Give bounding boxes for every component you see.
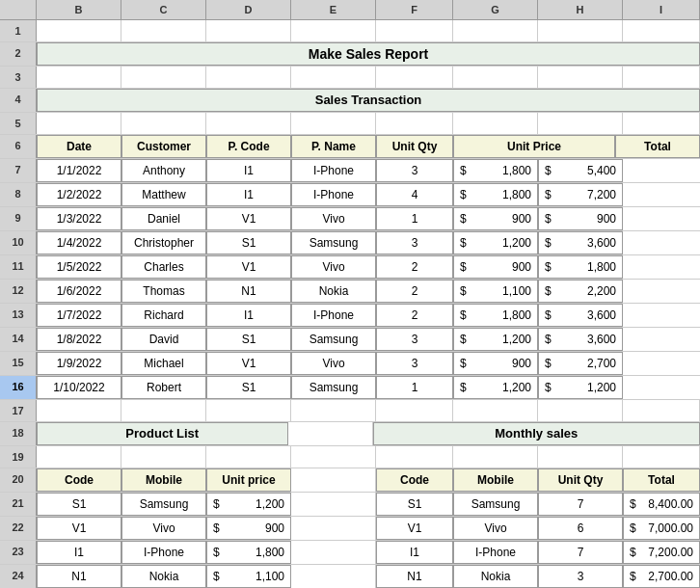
prod-mobile-23[interactable]: I-Phone — [121, 541, 206, 564]
sales-unitprice-13[interactable]: $1,800 — [453, 304, 538, 327]
monthly-mobile-24[interactable]: Nokia — [453, 565, 538, 588]
sales-customer-14[interactable]: David — [121, 328, 206, 351]
sales-date-13[interactable]: 1/7/2022 — [37, 304, 121, 327]
prod-mobile-24[interactable]: Nokia — [121, 565, 206, 588]
monthly-unitqty-24[interactable]: 3 — [538, 565, 623, 588]
sales-customer-10[interactable]: Christopher — [121, 231, 206, 254]
sales-customer-13[interactable]: Richard — [121, 304, 206, 327]
monthly-mobile-23[interactable]: I-Phone — [453, 541, 538, 564]
monthly-code-24[interactable]: N1 — [376, 565, 453, 588]
sales-customer-11[interactable]: Charles — [121, 255, 206, 279]
prod-price-23[interactable]: $1,800 — [206, 541, 291, 564]
sales-pcode-9[interactable]: V1 — [206, 207, 291, 230]
sales-unitprice-7[interactable]: $1,800 — [453, 159, 538, 182]
sales-total-7[interactable]: $5,400 — [538, 159, 623, 182]
sales-date-15[interactable]: 1/9/2022 — [37, 352, 121, 375]
prod-mobile-22[interactable]: Vivo — [121, 517, 206, 540]
prod-code-21[interactable]: S1 — [37, 493, 121, 516]
cell-b5[interactable] — [37, 113, 121, 134]
cell-e20[interactable] — [291, 468, 376, 492]
cell-h5[interactable] — [538, 113, 623, 134]
cell-h3[interactable] — [538, 67, 623, 88]
monthly-unitqty-22[interactable]: 6 — [538, 517, 623, 540]
sales-date-12[interactable]: 1/6/2022 — [37, 280, 121, 303]
sales-date-16[interactable]: 1/10/2022 — [37, 376, 121, 399]
sales-pcode-10[interactable]: S1 — [206, 231, 291, 254]
sales-pcode-7[interactable]: I1 — [206, 159, 291, 182]
cell-i1[interactable] — [623, 20, 700, 41]
cell-e21[interactable] — [291, 493, 376, 516]
cell-h1[interactable] — [538, 20, 623, 41]
monthly-total-21[interactable]: $8,400.00 — [623, 493, 700, 516]
sales-total-9[interactable]: $900 — [538, 207, 623, 230]
cell-f5[interactable] — [376, 113, 453, 134]
sales-pname-12[interactable]: Nokia — [291, 280, 376, 303]
cell-e23[interactable] — [291, 541, 376, 564]
prod-code-24[interactable]: N1 — [37, 565, 121, 588]
prod-code-23[interactable]: I1 — [37, 541, 121, 564]
cell-e19[interactable] — [291, 446, 376, 468]
sales-date-11[interactable]: 1/5/2022 — [37, 255, 121, 279]
sales-pname-13[interactable]: I-Phone — [291, 304, 376, 327]
sales-unitqty-12[interactable]: 2 — [376, 280, 453, 303]
monthly-total-23[interactable]: $7,200.00 — [623, 541, 700, 564]
cell-e1[interactable] — [291, 20, 376, 41]
sales-total-10[interactable]: $3,600 — [538, 231, 623, 254]
sales-date-8[interactable]: 1/2/2022 — [37, 183, 121, 206]
sales-unitprice-11[interactable]: $900 — [453, 255, 538, 279]
sales-customer-9[interactable]: Daniel — [121, 207, 206, 230]
sales-customer-15[interactable]: Michael — [121, 352, 206, 375]
cell-g19[interactable] — [453, 446, 538, 468]
monthly-code-22[interactable]: V1 — [376, 517, 453, 540]
sales-customer-12[interactable]: Thomas — [121, 280, 206, 303]
sales-unitprice-14[interactable]: $1,200 — [453, 328, 538, 351]
sales-pname-10[interactable]: Samsung — [291, 231, 376, 254]
sales-customer-16[interactable]: Robert — [121, 376, 206, 399]
sales-pcode-8[interactable]: I1 — [206, 183, 291, 206]
cell-h19[interactable] — [538, 446, 623, 468]
monthly-unitqty-21[interactable]: 7 — [538, 493, 623, 516]
sales-customer-8[interactable]: Matthew — [121, 183, 206, 206]
sales-unitprice-15[interactable]: $900 — [453, 352, 538, 375]
prod-code-22[interactable]: V1 — [37, 517, 121, 540]
cell-e17[interactable] — [291, 400, 376, 421]
sales-unitqty-15[interactable]: 3 — [376, 352, 453, 375]
cell-e5[interactable] — [291, 113, 376, 134]
monthly-mobile-22[interactable]: Vivo — [453, 517, 538, 540]
sales-total-11[interactable]: $1,800 — [538, 255, 623, 279]
cell-i3[interactable] — [623, 67, 700, 88]
cell-i19[interactable] — [623, 446, 700, 468]
sales-date-9[interactable]: 1/3/2022 — [37, 207, 121, 230]
sales-pname-8[interactable]: I-Phone — [291, 183, 376, 206]
prod-price-24[interactable]: $1,100 — [206, 565, 291, 588]
sales-pcode-15[interactable]: V1 — [206, 352, 291, 375]
cell-g3[interactable] — [453, 67, 538, 88]
prod-price-21[interactable]: $1,200 — [206, 493, 291, 516]
sales-unitqty-13[interactable]: 2 — [376, 304, 453, 327]
cell-d5[interactable] — [206, 113, 291, 134]
sales-total-13[interactable]: $3,600 — [538, 304, 623, 327]
cell-c19[interactable] — [121, 446, 206, 468]
sales-pname-9[interactable]: Vivo — [291, 207, 376, 230]
cell-f1[interactable] — [376, 20, 453, 41]
sales-pname-11[interactable]: Vivo — [291, 255, 376, 279]
cell-f19[interactable] — [376, 446, 453, 468]
monthly-total-22[interactable]: $7,000.00 — [623, 517, 700, 540]
sales-pname-16[interactable]: Samsung — [291, 376, 376, 399]
sales-unitqty-7[interactable]: 3 — [376, 159, 453, 182]
sales-unitprice-16[interactable]: $1,200 — [453, 376, 538, 399]
sales-pcode-13[interactable]: I1 — [206, 304, 291, 327]
sales-pcode-12[interactable]: N1 — [206, 280, 291, 303]
cell-b3[interactable] — [37, 67, 121, 88]
cell-c3[interactable] — [121, 67, 206, 88]
cell-e3[interactable] — [291, 67, 376, 88]
cell-i5[interactable] — [623, 113, 700, 134]
monthly-code-23[interactable]: I1 — [376, 541, 453, 564]
sales-unitqty-10[interactable]: 3 — [376, 231, 453, 254]
sales-total-8[interactable]: $7,200 — [538, 183, 623, 206]
sales-pname-7[interactable]: I-Phone — [291, 159, 376, 182]
sales-pname-14[interactable]: Samsung — [291, 328, 376, 351]
sales-unitprice-10[interactable]: $1,200 — [453, 231, 538, 254]
cell-b1[interactable] — [37, 20, 121, 41]
cell-e24[interactable] — [291, 565, 376, 588]
